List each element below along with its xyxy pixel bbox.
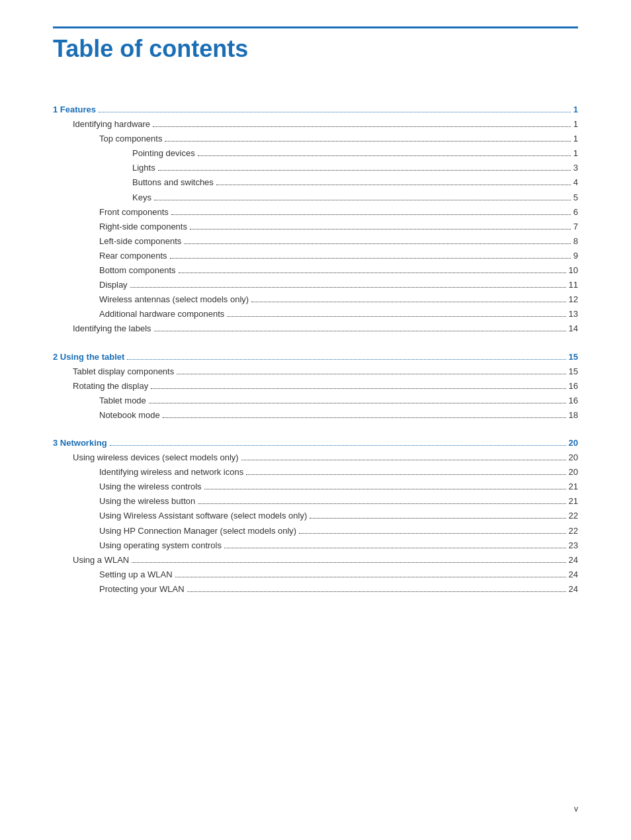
toc-label-using-wireless-controls: Using the wireless controls [53, 480, 202, 494]
toc-dots-ch1 [99, 112, 571, 112]
toc-dots-using-hp-connection-manager [299, 533, 566, 534]
toc-page-using-wireless-controls: 21 [569, 480, 578, 494]
toc-dots-ch3 [110, 445, 566, 446]
toc-label-pointing-devices: Pointing devices [53, 146, 195, 161]
toc-page-ch1: 1 [573, 103, 578, 117]
toc-dots-using-wireless-devices [241, 460, 566, 460]
top-rule [53, 26, 578, 28]
toc-page-tablet-mode: 16 [569, 394, 578, 408]
toc-dots-lights [158, 170, 571, 171]
toc-label-using-wlan: Using a WLAN [53, 553, 129, 567]
toc-entry-rotating-display: Rotating the display16 [53, 379, 578, 394]
toc-dots-wireless-antennas [251, 302, 566, 302]
toc-page-bottom-components: 10 [569, 263, 578, 278]
toc-entry-tablet-mode: Tablet mode16 [53, 394, 578, 408]
toc-dots-pointing-devices [198, 155, 571, 156]
toc-page-front-components: 6 [573, 205, 578, 220]
toc-entry-buttons-switches: Buttons and switches4 [53, 175, 578, 190]
toc-label-notebook-mode: Notebook mode [53, 408, 160, 423]
toc-dots-using-wireless-controls [204, 489, 566, 489]
toc-entry-using-hp-connection-manager: Using HP Connection Manager (select mode… [53, 524, 578, 538]
toc-page-protecting-wlan: 24 [569, 582, 578, 597]
toc-page-using-wlan: 24 [569, 553, 578, 567]
toc-entry-using-wireless-assistant: Using Wireless Assistant software (selec… [53, 509, 578, 523]
toc-page-wireless-antennas: 12 [569, 292, 578, 307]
toc-label-ch3: 3 Networking [53, 436, 107, 450]
toc-dots-buttons-switches [216, 185, 571, 185]
toc-page-left-side-components: 8 [573, 234, 578, 249]
toc-dots-front-components [171, 214, 571, 215]
toc-page-setting-up-wlan: 24 [569, 567, 578, 582]
toc-dots-top-components [165, 141, 570, 142]
toc-dots-rotating-display [151, 388, 566, 389]
toc-label-top-components: Top components [53, 132, 162, 146]
toc-label-display: Display [53, 278, 128, 292]
toc-dots-identifying-labels [154, 331, 566, 331]
toc-label-buttons-switches: Buttons and switches [53, 175, 214, 190]
toc-entry-bottom-components: Bottom components10 [53, 263, 578, 278]
toc-dots-setting-up-wlan [175, 577, 566, 577]
toc-label-ch2: 2 Using the tablet [53, 350, 124, 364]
toc-dots-using-os-controls [224, 548, 566, 548]
toc-container: 1 Features1Identifying hardware1Top comp… [53, 103, 578, 597]
toc-dots-using-wireless-assistant [310, 518, 566, 519]
toc-page-display: 11 [569, 278, 578, 292]
toc-entry-pointing-devices: Pointing devices1 [53, 146, 578, 161]
toc-page-rear-components: 9 [573, 249, 578, 263]
toc-entry-ch1: 1 Features1 [53, 103, 578, 117]
toc-label-using-wireless-button: Using the wireless button [53, 494, 195, 509]
toc-label-using-wireless-devices: Using wireless devices (select models on… [53, 450, 239, 465]
toc-label-rear-components: Rear components [53, 249, 167, 263]
toc-page-notebook-mode: 18 [569, 408, 578, 423]
toc-dots-tablet-mode [149, 403, 566, 403]
toc-entry-additional-hardware: Additional hardware components13 [53, 307, 578, 321]
toc-page-using-hp-connection-manager: 22 [569, 524, 578, 538]
toc-entry-identifying-wireless-icons: Identifying wireless and network icons20 [53, 465, 578, 480]
toc-label-protecting-wlan: Protecting your WLAN [53, 582, 185, 597]
toc-entry-using-wireless-button: Using the wireless button21 [53, 494, 578, 509]
toc-entry-ch3: 3 Networking20 [53, 436, 578, 450]
toc-page-lights: 3 [573, 161, 578, 175]
toc-dots-right-side-components [190, 229, 571, 230]
toc-entry-protecting-wlan: Protecting your WLAN24 [53, 582, 578, 597]
toc-entry-setting-up-wlan: Setting up a WLAN24 [53, 567, 578, 582]
toc-page-rotating-display: 16 [569, 379, 578, 394]
toc-label-identifying-wireless-icons: Identifying wireless and network icons [53, 465, 243, 480]
toc-label-keys: Keys [53, 190, 151, 205]
toc-dots-using-wireless-button [198, 503, 566, 504]
toc-entry-notebook-mode: Notebook mode18 [53, 408, 578, 423]
toc-dots-tablet-display-components [177, 374, 566, 374]
toc-page-tablet-display-components: 15 [569, 364, 578, 379]
page-title: Table of contents [53, 35, 578, 63]
toc-page-right-side-components: 7 [573, 220, 578, 234]
toc-dots-using-wlan [132, 562, 566, 563]
toc-label-rotating-display: Rotating the display [53, 379, 148, 394]
toc-label-bottom-components: Bottom components [53, 263, 176, 278]
toc-label-identifying-hardware: Identifying hardware [53, 117, 150, 132]
toc-dots-keys [154, 200, 571, 200]
toc-dots-notebook-mode [163, 417, 566, 418]
toc-page-identifying-wireless-icons: 20 [569, 465, 578, 480]
toc-entry-using-wireless-controls: Using the wireless controls21 [53, 480, 578, 494]
toc-page-pointing-devices: 1 [573, 146, 578, 161]
toc-page-identifying-labels: 14 [569, 321, 578, 336]
toc-label-using-wireless-assistant: Using Wireless Assistant software (selec… [53, 509, 307, 523]
toc-entry-front-components: Front components6 [53, 205, 578, 220]
toc-page-additional-hardware: 13 [569, 307, 578, 321]
toc-dots-left-side-components [184, 243, 570, 244]
toc-label-wireless-antennas: Wireless antennas (select models only) [53, 292, 249, 307]
toc-label-using-hp-connection-manager: Using HP Connection Manager (select mode… [53, 524, 296, 538]
toc-page-using-wireless-assistant: 22 [569, 509, 578, 523]
toc-entry-tablet-display-components: Tablet display components15 [53, 364, 578, 379]
toc-entry-wireless-antennas: Wireless antennas (select models only)12 [53, 292, 578, 307]
toc-entry-lights: Lights3 [53, 161, 578, 175]
toc-label-front-components: Front components [53, 205, 169, 220]
toc-label-setting-up-wlan: Setting up a WLAN [53, 567, 173, 582]
toc-label-additional-hardware: Additional hardware components [53, 307, 224, 321]
toc-page-ch3: 20 [569, 436, 578, 450]
toc-entry-keys: Keys5 [53, 190, 578, 205]
toc-dots-additional-hardware [227, 316, 566, 317]
toc-label-tablet-mode: Tablet mode [53, 394, 146, 408]
toc-entry-using-os-controls: Using operating system controls23 [53, 538, 578, 553]
toc-page-keys: 5 [573, 190, 578, 205]
